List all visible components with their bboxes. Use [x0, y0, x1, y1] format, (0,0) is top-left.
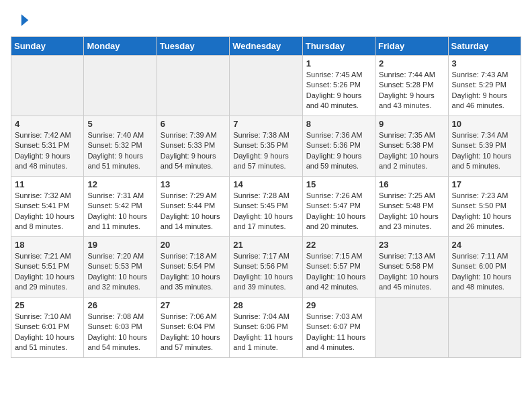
day-info: Sunrise: 7:44 AM Sunset: 5:28 PM Dayligh…	[379, 70, 444, 111]
page-header	[11, 11, 521, 30]
day-info: Sunrise: 7:13 AM Sunset: 5:58 PM Dayligh…	[379, 251, 444, 293]
calendar-week-row: 1Sunrise: 7:45 AM Sunset: 5:26 PM Daylig…	[11, 56, 521, 116]
calendar-cell: 8Sunrise: 7:36 AM Sunset: 5:36 PM Daylig…	[302, 116, 375, 177]
calendar-table: SundayMondayTuesdayWednesdayThursdayFrid…	[11, 36, 521, 358]
calendar-week-row: 4Sunrise: 7:42 AM Sunset: 5:31 PM Daylig…	[11, 116, 521, 177]
calendar-cell: 21Sunrise: 7:17 AM Sunset: 5:56 PM Dayli…	[230, 237, 302, 298]
calendar-cell	[157, 56, 229, 116]
day-number: 3	[452, 58, 517, 68]
calendar-cell: 18Sunrise: 7:21 AM Sunset: 5:51 PM Dayli…	[11, 237, 84, 298]
day-number: 17	[452, 179, 517, 189]
day-info: Sunrise: 7:25 AM Sunset: 5:48 PM Dayligh…	[379, 191, 444, 232]
day-info: Sunrise: 7:32 AM Sunset: 5:41 PM Dayligh…	[15, 191, 80, 232]
calendar-cell	[448, 298, 521, 358]
day-info: Sunrise: 7:06 AM Sunset: 6:04 PM Dayligh…	[161, 312, 226, 353]
calendar-cell	[230, 56, 302, 116]
calendar-cell: 1Sunrise: 7:45 AM Sunset: 5:26 PM Daylig…	[302, 56, 375, 116]
day-info: Sunrise: 7:18 AM Sunset: 5:54 PM Dayligh…	[161, 251, 226, 293]
day-number: 5	[87, 119, 152, 129]
weekday-header: Tuesday	[157, 37, 229, 56]
day-number: 27	[161, 300, 226, 310]
calendar-cell: 10Sunrise: 7:34 AM Sunset: 5:39 PM Dayli…	[448, 116, 521, 177]
day-info: Sunrise: 7:10 AM Sunset: 6:01 PM Dayligh…	[15, 312, 80, 353]
logo-icon	[11, 11, 30, 30]
day-number: 29	[306, 300, 371, 310]
day-info: Sunrise: 7:08 AM Sunset: 6:03 PM Dayligh…	[87, 312, 152, 353]
day-number: 26	[87, 300, 152, 310]
day-number: 16	[379, 179, 444, 189]
logo	[11, 11, 32, 30]
calendar-cell: 12Sunrise: 7:31 AM Sunset: 5:42 PM Dayli…	[84, 177, 157, 237]
day-number: 14	[233, 179, 298, 189]
day-info: Sunrise: 7:29 AM Sunset: 5:44 PM Dayligh…	[161, 191, 226, 232]
calendar-cell: 24Sunrise: 7:11 AM Sunset: 6:00 PM Dayli…	[448, 237, 521, 298]
day-number: 9	[379, 119, 444, 129]
day-info: Sunrise: 7:04 AM Sunset: 6:06 PM Dayligh…	[233, 312, 298, 353]
day-number: 24	[452, 240, 517, 250]
day-number: 2	[379, 58, 444, 68]
day-info: Sunrise: 7:39 AM Sunset: 5:33 PM Dayligh…	[161, 130, 226, 172]
calendar-cell	[375, 298, 448, 358]
calendar-cell: 16Sunrise: 7:25 AM Sunset: 5:48 PM Dayli…	[375, 177, 448, 237]
calendar-cell: 29Sunrise: 7:03 AM Sunset: 6:07 PM Dayli…	[302, 298, 375, 358]
day-info: Sunrise: 7:45 AM Sunset: 5:26 PM Dayligh…	[306, 70, 371, 111]
calendar-cell	[11, 56, 84, 116]
day-info: Sunrise: 7:38 AM Sunset: 5:35 PM Dayligh…	[233, 130, 298, 172]
calendar-week-row: 11Sunrise: 7:32 AM Sunset: 5:41 PM Dayli…	[11, 177, 521, 237]
day-info: Sunrise: 7:11 AM Sunset: 6:00 PM Dayligh…	[452, 251, 517, 293]
day-number: 20	[161, 240, 226, 250]
day-number: 1	[306, 58, 371, 68]
weekday-header: Wednesday	[230, 37, 302, 56]
calendar-cell	[84, 56, 157, 116]
weekday-header: Friday	[375, 37, 448, 56]
day-number: 15	[306, 179, 371, 189]
day-info: Sunrise: 7:31 AM Sunset: 5:42 PM Dayligh…	[87, 191, 152, 232]
day-number: 13	[161, 179, 226, 189]
calendar-cell: 28Sunrise: 7:04 AM Sunset: 6:06 PM Dayli…	[230, 298, 302, 358]
day-number: 12	[87, 179, 152, 189]
calendar-cell: 25Sunrise: 7:10 AM Sunset: 6:01 PM Dayli…	[11, 298, 84, 358]
day-number: 22	[306, 240, 371, 250]
calendar-cell: 27Sunrise: 7:06 AM Sunset: 6:04 PM Dayli…	[157, 298, 229, 358]
day-number: 25	[15, 300, 80, 310]
day-number: 11	[15, 179, 80, 189]
day-number: 19	[87, 240, 152, 250]
calendar-cell: 20Sunrise: 7:18 AM Sunset: 5:54 PM Dayli…	[157, 237, 229, 298]
weekday-header: Monday	[84, 37, 157, 56]
day-info: Sunrise: 7:15 AM Sunset: 5:57 PM Dayligh…	[306, 251, 371, 293]
day-number: 4	[15, 119, 80, 129]
calendar-cell: 7Sunrise: 7:38 AM Sunset: 5:35 PM Daylig…	[230, 116, 302, 177]
calendar-cell: 6Sunrise: 7:39 AM Sunset: 5:33 PM Daylig…	[157, 116, 229, 177]
calendar-cell: 4Sunrise: 7:42 AM Sunset: 5:31 PM Daylig…	[11, 116, 84, 177]
weekday-header: Thursday	[302, 37, 375, 56]
calendar-week-row: 25Sunrise: 7:10 AM Sunset: 6:01 PM Dayli…	[11, 298, 521, 358]
calendar-cell: 23Sunrise: 7:13 AM Sunset: 5:58 PM Dayli…	[375, 237, 448, 298]
calendar-cell: 14Sunrise: 7:28 AM Sunset: 5:45 PM Dayli…	[230, 177, 302, 237]
day-info: Sunrise: 7:43 AM Sunset: 5:29 PM Dayligh…	[452, 70, 517, 111]
calendar-cell: 2Sunrise: 7:44 AM Sunset: 5:28 PM Daylig…	[375, 56, 448, 116]
calendar-cell: 13Sunrise: 7:29 AM Sunset: 5:44 PM Dayli…	[157, 177, 229, 237]
calendar-cell: 17Sunrise: 7:23 AM Sunset: 5:50 PM Dayli…	[448, 177, 521, 237]
day-number: 7	[233, 119, 298, 129]
calendar-cell: 15Sunrise: 7:26 AM Sunset: 5:47 PM Dayli…	[302, 177, 375, 237]
day-info: Sunrise: 7:42 AM Sunset: 5:31 PM Dayligh…	[15, 130, 80, 172]
weekday-header: Saturday	[448, 37, 521, 56]
calendar-cell: 5Sunrise: 7:40 AM Sunset: 5:32 PM Daylig…	[84, 116, 157, 177]
calendar-cell: 3Sunrise: 7:43 AM Sunset: 5:29 PM Daylig…	[448, 56, 521, 116]
calendar-header-row: SundayMondayTuesdayWednesdayThursdayFrid…	[11, 37, 521, 56]
day-info: Sunrise: 7:03 AM Sunset: 6:07 PM Dayligh…	[306, 312, 371, 353]
weekday-header: Sunday	[11, 37, 84, 56]
day-number: 23	[379, 240, 444, 250]
day-number: 21	[233, 240, 298, 250]
calendar-week-row: 18Sunrise: 7:21 AM Sunset: 5:51 PM Dayli…	[11, 237, 521, 298]
day-number: 18	[15, 240, 80, 250]
day-number: 10	[452, 119, 517, 129]
day-info: Sunrise: 7:34 AM Sunset: 5:39 PM Dayligh…	[452, 130, 517, 172]
calendar-cell: 11Sunrise: 7:32 AM Sunset: 5:41 PM Dayli…	[11, 177, 84, 237]
day-info: Sunrise: 7:36 AM Sunset: 5:36 PM Dayligh…	[306, 130, 371, 172]
day-info: Sunrise: 7:35 AM Sunset: 5:38 PM Dayligh…	[379, 130, 444, 172]
day-info: Sunrise: 7:17 AM Sunset: 5:56 PM Dayligh…	[233, 251, 298, 293]
day-info: Sunrise: 7:40 AM Sunset: 5:32 PM Dayligh…	[87, 130, 152, 172]
day-info: Sunrise: 7:23 AM Sunset: 5:50 PM Dayligh…	[452, 191, 517, 232]
day-number: 8	[306, 119, 371, 129]
